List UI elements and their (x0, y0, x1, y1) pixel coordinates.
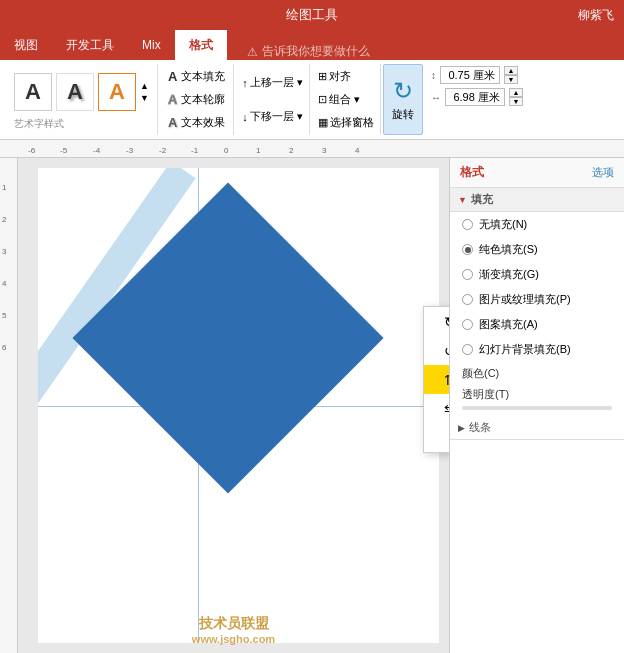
tab-view[interactable]: 视图 (0, 30, 52, 60)
search-bar: ⚠ 告诉我你想要做什么 (247, 43, 370, 60)
art-letter-plain[interactable]: A (14, 73, 52, 111)
search-placeholder: 告诉我你想要做什么 (262, 43, 370, 60)
line-section-label: 线条 (469, 420, 491, 435)
width-input[interactable] (445, 88, 505, 106)
group-label: 组合 ▾ (329, 92, 360, 107)
ruler-tick--2: -2 (159, 146, 166, 155)
size-section: ↕ ▲ ▼ ↔ ▲ ▼ (425, 64, 529, 135)
group-btn[interactable]: ⊡ 组合 ▾ (316, 91, 376, 108)
height-up[interactable]: ▲ (504, 66, 518, 75)
panel-title: 格式 (460, 164, 484, 181)
ruler-v-tick-5: 5 (2, 311, 6, 320)
fill-picture-radio[interactable] (462, 294, 473, 305)
text-outline-btn[interactable]: A 文本轮廓 (166, 91, 227, 108)
rotate-icon-large: ↻ (393, 77, 413, 105)
line-collapse-icon: ▶ (458, 423, 465, 433)
text-effect-btn[interactable]: A 文本效果 (166, 114, 227, 131)
menu-flip-vertical[interactable]: ⇅ 垂直翻转 (V) (424, 365, 449, 394)
title-text: 绘图工具 (286, 6, 338, 24)
ruler-v-tick-1: 1 (2, 183, 6, 192)
width-up[interactable]: ▲ (509, 88, 523, 97)
align-section: ⊞ 对齐 ⊡ 组合 ▾ ▦ 选择窗格 (312, 64, 381, 135)
fill-pattern-radio[interactable] (462, 319, 473, 330)
menu-rotate-left[interactable]: ↺ 向左旋转 90° (L) (424, 336, 449, 365)
fill-picture-label: 图片或纹理填充(P) (479, 292, 571, 307)
ruler-tick-1: 1 (256, 146, 260, 155)
height-icon: ↕ (431, 70, 436, 81)
move-down-btn[interactable]: ↓ 下移一层 ▾ (240, 108, 305, 125)
transparency-slider[interactable] (462, 406, 612, 410)
text-outline-icon: A (168, 92, 177, 107)
rotate-left-icon: ↺ (444, 343, 449, 359)
art-letter-orange[interactable]: A (98, 73, 136, 111)
fill-header-label: 填充 (471, 192, 493, 207)
move-up-label: 上移一层 ▾ (250, 75, 303, 90)
ruler-horizontal: -6 -5 -4 -3 -2 -1 0 1 2 3 4 (0, 140, 624, 158)
fill-none-option[interactable]: 无填充(N) (450, 212, 624, 237)
layer-section: ↑ 上移一层 ▾ ↓ 下移一层 ▾ (236, 64, 310, 135)
align-label: 对齐 (329, 69, 351, 84)
tab-format[interactable]: 格式 (175, 30, 227, 60)
tab-mix[interactable]: Mix (128, 30, 175, 60)
align-btn[interactable]: ⊞ 对齐 (316, 68, 376, 85)
fill-solid-radio[interactable] (462, 244, 473, 255)
right-panel: 格式 选项 ▼ 填充 无填充(N) 纯色填充(S) 渐变填充(G) 图片或纹理填… (449, 158, 624, 653)
fill-pattern-label: 图案填充(A) (479, 317, 538, 332)
ruler-tick-0: 0 (224, 146, 228, 155)
fill-slide-bg-option[interactable]: 幻灯片背景填充(B) (450, 337, 624, 362)
fill-picture-option[interactable]: 图片或纹理填充(P) (450, 287, 624, 312)
width-down[interactable]: ▼ (509, 97, 523, 106)
art-style-section: A A A ▲ ▼ 艺术字样式 (6, 64, 158, 135)
art-style-down[interactable]: ▼ (140, 93, 149, 103)
select-pane-btn[interactable]: ▦ 选择窗格 (316, 114, 376, 131)
flip-vertical-icon: ⇅ (444, 372, 449, 388)
rotate-label: 旋转 (392, 107, 414, 122)
fill-gradient-radio[interactable] (462, 269, 473, 280)
text-fill-btn[interactable]: A 文本填充 (166, 68, 227, 85)
fill-pattern-option[interactable]: 图案填充(A) (450, 312, 624, 337)
text-effect-icon: A (168, 115, 177, 130)
width-row: ↔ ▲ ▼ (431, 88, 523, 106)
align-icon: ⊞ (318, 70, 327, 83)
rotate-context-menu: ↻ 向右旋转 90° (R) ↺ 向左旋转 90° (L) ⇅ 垂直翻转 (V)… (423, 306, 449, 453)
select-label: 选择窗格 (330, 115, 374, 130)
ruler-tick--5: -5 (60, 146, 67, 155)
art-style-arrows: ▲ ▼ (140, 81, 149, 103)
art-letters-row: A A A ▲ ▼ (14, 66, 149, 117)
user-name: 柳紫飞 (578, 7, 614, 24)
move-down-label: 下移一层 ▾ (250, 109, 303, 124)
fill-section-header: ▼ 填充 (450, 188, 624, 212)
fill-slide-bg-radio[interactable] (462, 344, 473, 355)
fill-triangle-icon: ▼ (458, 195, 467, 205)
move-up-btn[interactable]: ↑ 上移一层 ▾ (240, 74, 305, 91)
canvas-area: ↻ 向右旋转 90° (R) ↺ 向左旋转 90° (L) ⇅ 垂直翻转 (V)… (18, 158, 449, 653)
ruler-tick-4: 4 (355, 146, 359, 155)
art-letter-shadow[interactable]: A (56, 73, 94, 111)
ruler-v-tick-6: 6 (2, 343, 6, 352)
menu-more-rotate[interactable]: ⇆ 其他旋转选项(M)... (424, 423, 449, 452)
fill-solid-label: 纯色填充(S) (479, 242, 538, 257)
diamond-shape[interactable] (72, 182, 383, 493)
art-style-up[interactable]: ▲ (140, 81, 149, 91)
menu-rotate-right[interactable]: ↻ 向右旋转 90° (R) (424, 307, 449, 336)
text-effect-label: 文本效果 (181, 115, 225, 130)
ruler-marks-h: -6 -5 -4 -3 -2 -1 0 1 2 3 4 (0, 140, 624, 157)
line-section-header[interactable]: ▶ 线条 (450, 416, 624, 440)
height-down[interactable]: ▼ (504, 75, 518, 84)
menu-flip-horizontal[interactable]: ⇆ 水平翻转 (H) (424, 394, 449, 423)
ruler-tick--1: -1 (191, 146, 198, 155)
tab-dev[interactable]: 开发工具 (52, 30, 128, 60)
ruler-v-tick-2: 2 (2, 215, 6, 224)
fill-solid-option[interactable]: 纯色填充(S) (450, 237, 624, 262)
warning-icon: ⚠ (247, 45, 258, 59)
panel-header: 格式 选项 (450, 158, 624, 188)
panel-options-link[interactable]: 选项 (592, 165, 614, 180)
rotate-right-icon: ↻ (444, 314, 449, 330)
height-input[interactable] (440, 66, 500, 84)
text-options-section: A 文本填充 A 文本轮廓 A 文本效果 (160, 64, 234, 135)
ruler-tick--6: -6 (28, 146, 35, 155)
slide-canvas (38, 168, 439, 643)
fill-gradient-option[interactable]: 渐变填充(G) (450, 262, 624, 287)
fill-none-radio[interactable] (462, 219, 473, 230)
rotate-btn[interactable]: ↻ 旋转 (383, 64, 423, 135)
